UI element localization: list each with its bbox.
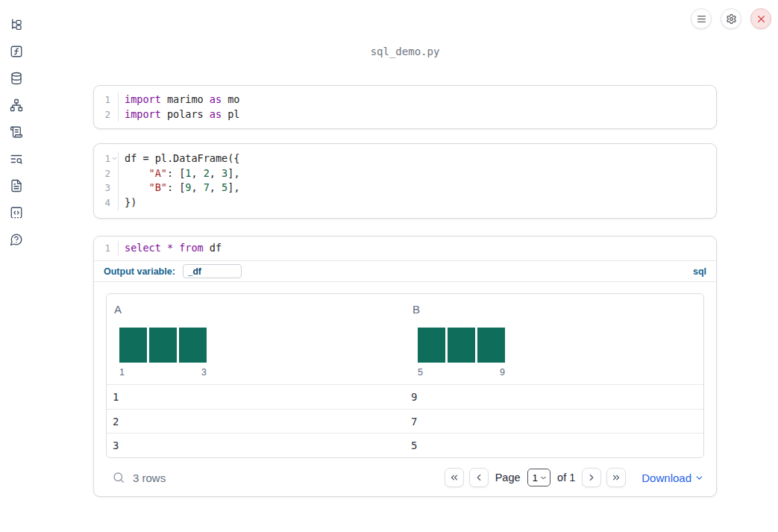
line-number: 3 xyxy=(94,181,110,195)
output-variable-label: Output variable: xyxy=(104,266,175,277)
code-line[interactable]: 1 import marimo as mo xyxy=(94,93,716,107)
code-cell-imports[interactable]: 1 import marimo as mo 2 import polars as… xyxy=(93,85,717,129)
page-select[interactable]: 1 xyxy=(527,469,551,486)
histogram-axis-labels: 1 3 xyxy=(119,367,207,378)
sql-editor[interactable]: 1 select * from df xyxy=(94,237,716,260)
hist-max-label: 9 xyxy=(500,367,505,378)
code-text: df = pl.DataFrame({ xyxy=(118,151,716,166)
logs-scroll-icon[interactable] xyxy=(10,125,23,139)
dependency-graph-icon[interactable] xyxy=(10,98,23,112)
download-button[interactable]: Download xyxy=(641,472,704,484)
column-a-histogram xyxy=(119,328,207,363)
column-name[interactable]: B xyxy=(412,303,703,316)
line-number: 1 xyxy=(94,151,110,166)
line-number: 2 xyxy=(94,107,110,122)
notebook-area: sql_demo.py 1 import marimo as mo 2 impo… xyxy=(93,0,717,532)
line-number: 1 xyxy=(94,241,110,256)
cell-value: 2 xyxy=(107,416,405,428)
download-label: Download xyxy=(641,472,691,484)
table-footer: 3 rows Page 1 of 1 xyxy=(106,467,704,488)
histogram-axis-labels: 5 9 xyxy=(418,367,505,378)
histogram-bar xyxy=(448,328,475,363)
hist-min-label: 1 xyxy=(119,367,125,378)
output-variable-strip: Output variable: sql xyxy=(94,260,716,282)
snippets-code-icon[interactable] xyxy=(10,206,23,219)
language-badge: sql xyxy=(693,266,706,277)
code-text: }) xyxy=(118,195,716,210)
cell-value: 3 xyxy=(107,439,405,451)
fold-gutter xyxy=(110,241,118,256)
code-line[interactable]: 1 df = pl.DataFrame({ xyxy=(94,151,716,166)
histogram-bar xyxy=(477,328,505,363)
chevrons-right-icon xyxy=(611,472,621,483)
code-text: import polars as pl xyxy=(118,107,716,122)
functions-icon[interactable] xyxy=(10,45,23,58)
column-b-histogram xyxy=(418,328,505,363)
sql-cell: 1 select * from df Output variable: sql … xyxy=(93,236,717,497)
chevron-right-icon xyxy=(586,472,597,483)
shutdown-button[interactable] xyxy=(750,8,771,29)
fold-gutter xyxy=(110,107,118,122)
table-row[interactable]: 3 5 xyxy=(107,433,703,457)
histogram-bar xyxy=(149,328,177,363)
cell-value: 9 xyxy=(405,391,703,403)
output-variable-input[interactable] xyxy=(183,264,242,278)
code-line[interactable]: 2 import polars as pl xyxy=(94,107,716,122)
cell-output: A 1 3 B xyxy=(94,282,716,488)
line-number: 2 xyxy=(94,166,110,181)
fold-gutter xyxy=(110,195,118,210)
code-line[interactable]: 3 "B": [9, 7, 5], xyxy=(94,181,716,195)
search-icon[interactable] xyxy=(112,471,125,484)
code-line[interactable]: 4 }) xyxy=(94,195,716,210)
histogram-bar xyxy=(179,328,207,363)
table-header: A 1 3 B xyxy=(107,294,703,384)
documentation-icon[interactable] xyxy=(10,179,23,193)
cell-value: 7 xyxy=(405,416,703,428)
hist-min-label: 5 xyxy=(418,367,423,378)
sidebar xyxy=(0,0,33,532)
page-select-value: 1 xyxy=(533,472,539,484)
row-count: 3 rows xyxy=(133,472,166,484)
cell-value: 5 xyxy=(405,439,703,451)
first-page-button[interactable] xyxy=(445,468,464,487)
dataframe-table: A 1 3 B xyxy=(106,293,704,458)
histogram-bar xyxy=(418,328,445,363)
chevron-left-icon xyxy=(474,472,484,483)
page-label: Page xyxy=(495,472,521,484)
notebook-filename: sql_demo.py xyxy=(93,46,717,57)
histogram-bar xyxy=(119,328,147,363)
table-row[interactable]: 1 9 xyxy=(107,384,703,409)
table-row[interactable]: 2 7 xyxy=(107,409,703,434)
code-text: import marimo as mo xyxy=(118,93,716,107)
chevron-down-icon xyxy=(694,473,704,483)
code-cell-dataframe[interactable]: 1 df = pl.DataFrame({ 2 "A": [1, 2, 3], … xyxy=(93,143,717,219)
chevrons-left-icon xyxy=(449,472,459,483)
cell-value: 1 xyxy=(107,391,405,403)
column-header-b[interactable]: B 5 9 xyxy=(405,294,703,384)
last-page-button[interactable] xyxy=(606,468,626,487)
column-name[interactable]: A xyxy=(114,303,405,316)
close-icon xyxy=(756,13,767,25)
code-text: "B": [9, 7, 5], xyxy=(118,181,716,195)
code-text: select * from df xyxy=(118,241,716,256)
column-header-a[interactable]: A 1 3 xyxy=(107,294,405,384)
chevron-down-icon xyxy=(539,474,548,482)
fold-gutter xyxy=(110,166,118,181)
code-line[interactable]: 1 select * from df xyxy=(94,241,716,256)
page-total-label: of 1 xyxy=(557,472,575,484)
line-number: 4 xyxy=(94,195,110,210)
prev-page-button[interactable] xyxy=(469,468,489,487)
file-explorer-icon[interactable] xyxy=(10,18,23,31)
help-icon[interactable] xyxy=(10,233,23,246)
gear-icon xyxy=(726,13,737,25)
fold-chevron-icon[interactable] xyxy=(110,151,118,166)
pagination: Page 1 of 1 Download xyxy=(445,468,704,487)
code-text: "A": [1, 2, 3], xyxy=(118,166,716,181)
code-line[interactable]: 2 "A": [1, 2, 3], xyxy=(94,166,716,181)
tracing-search-icon[interactable] xyxy=(10,152,23,166)
fold-gutter xyxy=(110,93,118,107)
line-number: 1 xyxy=(94,93,110,107)
datasources-icon[interactable] xyxy=(10,72,23,85)
next-page-button[interactable] xyxy=(582,468,601,487)
settings-button[interactable] xyxy=(721,8,741,29)
